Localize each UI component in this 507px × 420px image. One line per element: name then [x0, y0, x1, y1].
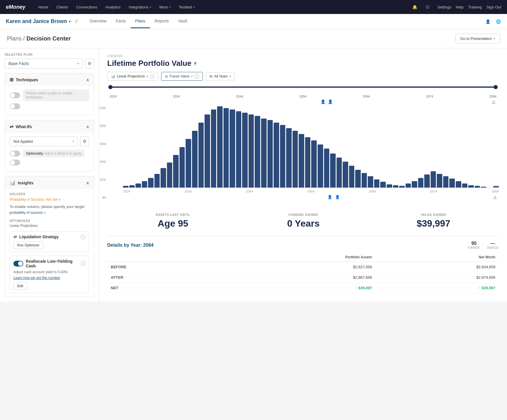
whatif-dropdown[interactable]: Not Applied ▾	[10, 137, 78, 146]
bar-9[interactable]	[179, 147, 185, 188]
whatif-toggle-2[interactable]	[10, 160, 20, 165]
bar-15[interactable]	[217, 106, 223, 188]
reallocate-info-icon[interactable]: i	[81, 261, 85, 266]
run-optimizer-button[interactable]: Run Optimizer	[13, 241, 43, 249]
bar-30[interactable]	[311, 140, 317, 188]
bar-18[interactable]	[236, 111, 242, 188]
bar-43[interactable]	[393, 185, 399, 188]
bar-2[interactable]	[135, 183, 141, 188]
bar-5[interactable]	[154, 174, 160, 188]
nav-testbed[interactable]: Testbed ▾	[175, 3, 198, 11]
bar-47[interactable]	[418, 178, 424, 188]
nav-connections[interactable]: Connections	[73, 3, 101, 11]
bar-31[interactable]	[318, 144, 323, 188]
bar-16[interactable]	[223, 108, 229, 188]
reallocate-toggle[interactable]	[13, 261, 23, 267]
bar-3[interactable]	[142, 181, 147, 188]
bar-55[interactable]	[468, 185, 474, 188]
all-years-button[interactable]: ⊟ All Years ▾	[206, 72, 235, 80]
bar-24[interactable]	[274, 123, 279, 188]
techniques-header[interactable]: ⊞ Techniques ∧	[5, 73, 94, 86]
bar-37[interactable]	[355, 170, 361, 188]
bar-54[interactable]	[462, 183, 468, 188]
bar-11[interactable]	[192, 131, 198, 188]
bar-35[interactable]	[343, 162, 348, 188]
bar-10[interactable]	[186, 139, 191, 188]
bar-13[interactable]	[205, 114, 210, 188]
bar-44[interactable]	[399, 186, 405, 188]
globe-icon[interactable]: 🌐	[495, 19, 501, 24]
bar-53[interactable]	[456, 181, 461, 188]
bar-14[interactable]	[211, 110, 216, 188]
bar-57[interactable]	[481, 187, 486, 188]
notification-icon[interactable]: 🔔	[412, 4, 418, 10]
probability-link[interactable]: Probability of Success: Not Set ▾	[10, 197, 89, 202]
technique-toggle-2[interactable]	[10, 103, 20, 109]
bar-49[interactable]	[431, 171, 436, 188]
whatifs-header[interactable]: ⇌ What-Ifs ∧	[5, 120, 94, 133]
plan-gear-button[interactable]: ⚙	[85, 59, 94, 68]
bar-28[interactable]	[299, 134, 304, 188]
bar-8[interactable]	[173, 155, 179, 188]
insights-header[interactable]: 📊 Insights ∧	[5, 177, 94, 189]
bar-19[interactable]	[242, 113, 248, 188]
whatif-toggle-1[interactable]	[10, 151, 20, 156]
nav-more[interactable]: More ▾	[156, 3, 174, 11]
bar-6[interactable]	[161, 168, 166, 188]
tab-reports[interactable]: Reports	[150, 15, 174, 28]
learn-link[interactable]: Learn how we got this number	[13, 276, 60, 280]
probability-success-link[interactable]: probability of success ▾	[10, 211, 89, 215]
whatif-gear-button[interactable]: ⚙	[80, 136, 89, 146]
edit-button[interactable]: Edit	[13, 282, 27, 290]
bar-45[interactable]	[406, 183, 411, 188]
bar-50[interactable]	[437, 174, 442, 188]
user-icon[interactable]: 👤	[485, 19, 491, 24]
bar-26[interactable]	[286, 128, 292, 188]
bar-21[interactable]	[255, 116, 260, 188]
bar-34[interactable]	[337, 158, 342, 188]
go-to-presentation-button[interactable]: Go to Presentation ▾	[455, 34, 500, 43]
bar-7[interactable]	[167, 163, 172, 188]
future-value-button[interactable]: ◎ Future Value ▾ i	[161, 72, 203, 81]
bar-39[interactable]	[368, 176, 373, 188]
bar-20[interactable]	[249, 114, 254, 188]
nav-signout[interactable]: Sign Out	[486, 5, 501, 9]
bar-23[interactable]	[267, 120, 273, 188]
liquidation-info-icon[interactable]: i	[81, 234, 85, 239]
nav-help[interactable]: Help	[456, 5, 464, 9]
tab-plans[interactable]: Plans	[131, 15, 150, 28]
linear-projections-button[interactable]: 📊 Linear Projections ▾ i	[107, 72, 158, 81]
client-name[interactable]: Karen and Janice Brown ▾	[6, 18, 71, 24]
nav-analytics[interactable]: Analytics	[102, 3, 124, 11]
bar-59[interactable]	[493, 186, 499, 188]
bar-27[interactable]	[293, 131, 298, 188]
tab-vault[interactable]: Vault	[174, 15, 192, 28]
bar-41[interactable]	[380, 182, 386, 188]
tab-facts[interactable]: Facts	[111, 15, 130, 28]
nav-settings[interactable]: Settings	[437, 5, 451, 9]
bar-25[interactable]	[280, 125, 286, 188]
timeline-handle-left[interactable]	[108, 85, 112, 89]
bar-42[interactable]	[387, 184, 392, 188]
bar-32[interactable]	[324, 149, 330, 188]
nav-training[interactable]: Training	[468, 5, 482, 9]
bar-46[interactable]	[412, 181, 417, 188]
nav-clients[interactable]: Clients	[53, 3, 72, 11]
chart-title[interactable]: Lifetime Portfolio Value ▾	[107, 59, 499, 68]
bar-12[interactable]	[198, 123, 204, 188]
nav-home[interactable]: Home	[35, 3, 52, 11]
bar-40[interactable]	[374, 179, 380, 188]
plan-dropdown[interactable]: Base Facts ▾	[5, 59, 83, 68]
bar-17[interactable]	[230, 110, 235, 188]
bar-48[interactable]	[424, 174, 430, 188]
bar-56[interactable]	[475, 186, 480, 188]
bar-33[interactable]	[330, 153, 336, 188]
bar-4[interactable]	[148, 178, 154, 188]
timeline-handle-right[interactable]	[494, 85, 498, 89]
bar-51[interactable]	[443, 176, 449, 188]
bar-52[interactable]	[449, 179, 455, 188]
bar-36[interactable]	[349, 166, 355, 188]
bar-38[interactable]	[362, 173, 367, 188]
tab-overview[interactable]: Overview	[85, 15, 111, 28]
bar-22[interactable]	[261, 119, 267, 188]
